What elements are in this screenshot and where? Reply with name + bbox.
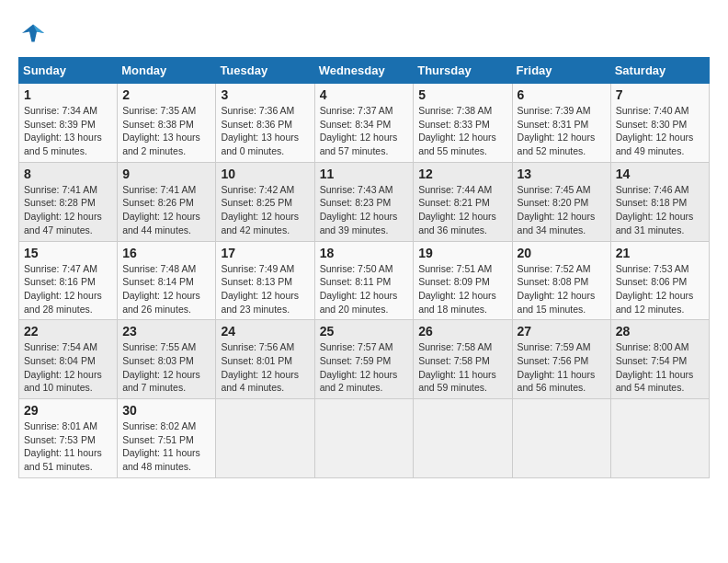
day-info: Sunrise: 8:02 AM Sunset: 7:51 PM Dayligh… — [122, 419, 210, 474]
svg-marker-0 — [22, 24, 44, 41]
sunset-text: Sunset: 8:13 PM — [221, 275, 309, 289]
day-number: 20 — [518, 246, 606, 260]
day-number: 28 — [616, 324, 704, 339]
day-info: Sunrise: 7:42 AM Sunset: 8:25 PM Dayligh… — [221, 183, 309, 237]
day-number: 22 — [24, 324, 112, 339]
day-info: Sunrise: 8:00 AM Sunset: 7:54 PM Dayligh… — [616, 340, 704, 395]
daylight-text: Daylight: 12 hours and 18 minutes. — [418, 289, 506, 316]
calendar-day-cell: 8 Sunrise: 7:41 AM Sunset: 8:28 PM Dayli… — [19, 162, 118, 241]
calendar-day-cell: 18 Sunrise: 7:50 AM Sunset: 8:11 PM Dayl… — [314, 241, 414, 320]
daylight-text: Daylight: 13 hours and 0 minutes. — [221, 131, 309, 157]
sunrise-text: Sunrise: 7:50 AM — [320, 262, 409, 276]
weekday-header: Thursday — [414, 58, 512, 84]
day-number: 15 — [24, 246, 112, 260]
calendar-day-cell — [414, 399, 512, 478]
sunset-text: Sunset: 7:59 PM — [320, 354, 409, 368]
sunset-text: Sunset: 8:11 PM — [320, 275, 409, 289]
day-info: Sunrise: 7:41 AM Sunset: 8:26 PM Dayligh… — [122, 183, 210, 237]
daylight-text: Daylight: 11 hours and 54 minutes. — [616, 368, 704, 395]
daylight-text: Daylight: 11 hours and 51 minutes. — [24, 446, 112, 473]
daylight-text: Daylight: 12 hours and 49 minutes. — [616, 131, 704, 157]
day-number: 8 — [24, 167, 112, 181]
sunset-text: Sunset: 7:56 PM — [518, 354, 606, 368]
logo-icon — [18, 18, 48, 48]
calendar-day-cell: 10 Sunrise: 7:42 AM Sunset: 8:25 PM Dayl… — [216, 162, 314, 241]
sunrise-text: Sunrise: 7:34 AM — [24, 104, 112, 118]
day-number: 26 — [418, 324, 506, 339]
calendar-day-cell: 6 Sunrise: 7:39 AM Sunset: 8:31 PM Dayli… — [512, 84, 610, 163]
daylight-text: Daylight: 12 hours and 31 minutes. — [616, 210, 704, 236]
sunset-text: Sunset: 8:28 PM — [24, 196, 112, 210]
calendar-day-cell: 5 Sunrise: 7:38 AM Sunset: 8:33 PM Dayli… — [414, 84, 512, 163]
sunset-text: Sunset: 7:53 PM — [24, 433, 112, 447]
daylight-text: Daylight: 12 hours and 2 minutes. — [320, 368, 409, 395]
sunset-text: Sunset: 8:01 PM — [221, 354, 309, 368]
day-info: Sunrise: 7:39 AM Sunset: 8:31 PM Dayligh… — [518, 104, 606, 158]
sunset-text: Sunset: 7:51 PM — [122, 433, 210, 447]
daylight-text: Daylight: 12 hours and 15 minutes. — [518, 289, 606, 316]
sunset-text: Sunset: 8:23 PM — [320, 196, 409, 210]
sunset-text: Sunset: 8:33 PM — [418, 118, 506, 132]
sunset-text: Sunset: 8:20 PM — [518, 196, 606, 210]
day-info: Sunrise: 7:47 AM Sunset: 8:16 PM Dayligh… — [24, 262, 112, 316]
calendar-day-cell: 3 Sunrise: 7:36 AM Sunset: 8:36 PM Dayli… — [216, 84, 314, 163]
calendar-day-cell: 26 Sunrise: 7:58 AM Sunset: 7:58 PM Dayl… — [414, 320, 512, 399]
day-info: Sunrise: 7:46 AM Sunset: 8:18 PM Dayligh… — [616, 183, 704, 237]
daylight-text: Daylight: 12 hours and 44 minutes. — [122, 210, 210, 236]
sunrise-text: Sunrise: 7:51 AM — [418, 262, 506, 276]
day-number: 1 — [24, 87, 112, 102]
calendar-day-cell — [216, 399, 314, 478]
day-number: 25 — [320, 324, 409, 339]
calendar-day-cell: 4 Sunrise: 7:37 AM Sunset: 8:34 PM Dayli… — [314, 84, 414, 163]
sunrise-text: Sunrise: 7:36 AM — [221, 104, 309, 118]
sunrise-text: Sunrise: 7:55 AM — [122, 340, 210, 354]
calendar-day-cell — [610, 399, 709, 478]
day-number: 17 — [221, 246, 309, 260]
calendar-day-cell: 17 Sunrise: 7:49 AM Sunset: 8:13 PM Dayl… — [216, 241, 314, 320]
sunrise-text: Sunrise: 7:49 AM — [221, 262, 309, 276]
day-info: Sunrise: 7:41 AM Sunset: 8:28 PM Dayligh… — [24, 183, 112, 237]
day-number: 2 — [122, 87, 210, 102]
daylight-text: Daylight: 12 hours and 4 minutes. — [221, 368, 309, 395]
sunset-text: Sunset: 8:09 PM — [418, 275, 506, 289]
weekday-header: Sunday — [19, 58, 118, 84]
day-number: 6 — [518, 87, 606, 102]
day-info: Sunrise: 8:01 AM Sunset: 7:53 PM Dayligh… — [24, 419, 112, 474]
day-info: Sunrise: 7:48 AM Sunset: 8:14 PM Dayligh… — [122, 262, 210, 316]
calendar-week-row: 1 Sunrise: 7:34 AM Sunset: 8:39 PM Dayli… — [19, 84, 710, 163]
sunrise-text: Sunrise: 7:35 AM — [122, 104, 210, 118]
daylight-text: Daylight: 12 hours and 12 minutes. — [616, 289, 704, 316]
sunrise-text: Sunrise: 7:53 AM — [616, 262, 704, 276]
sunrise-text: Sunrise: 7:48 AM — [122, 262, 210, 276]
day-info: Sunrise: 7:51 AM Sunset: 8:09 PM Dayligh… — [418, 262, 506, 316]
calendar-day-cell: 30 Sunrise: 8:02 AM Sunset: 7:51 PM Dayl… — [118, 399, 216, 478]
day-info: Sunrise: 7:50 AM Sunset: 8:11 PM Dayligh… — [320, 262, 409, 316]
sunset-text: Sunset: 7:54 PM — [616, 354, 704, 368]
calendar-day-cell: 28 Sunrise: 8:00 AM Sunset: 7:54 PM Dayl… — [610, 320, 709, 399]
daylight-text: Daylight: 12 hours and 39 minutes. — [320, 210, 409, 236]
day-info: Sunrise: 7:59 AM Sunset: 7:56 PM Dayligh… — [518, 340, 606, 395]
weekday-header: Monday — [118, 58, 216, 84]
sunrise-text: Sunrise: 7:58 AM — [418, 340, 506, 354]
day-number: 3 — [221, 87, 309, 102]
daylight-text: Daylight: 12 hours and 26 minutes. — [122, 289, 210, 316]
sunrise-text: Sunrise: 7:42 AM — [221, 183, 309, 197]
page-header — [18, 18, 710, 48]
weekday-header: Friday — [512, 58, 610, 84]
calendar-day-cell: 7 Sunrise: 7:40 AM Sunset: 8:30 PM Dayli… — [610, 84, 709, 163]
day-info: Sunrise: 7:56 AM Sunset: 8:01 PM Dayligh… — [221, 340, 309, 395]
day-number: 4 — [320, 87, 409, 102]
sunrise-text: Sunrise: 7:40 AM — [616, 104, 704, 118]
sunrise-text: Sunrise: 7:45 AM — [518, 183, 606, 197]
sunrise-text: Sunrise: 8:01 AM — [24, 419, 112, 433]
day-info: Sunrise: 7:52 AM Sunset: 8:08 PM Dayligh… — [518, 262, 606, 316]
calendar-day-cell: 24 Sunrise: 7:56 AM Sunset: 8:01 PM Dayl… — [216, 320, 314, 399]
sunrise-text: Sunrise: 7:46 AM — [616, 183, 704, 197]
day-info: Sunrise: 7:55 AM Sunset: 8:03 PM Dayligh… — [122, 340, 210, 395]
calendar-day-cell: 21 Sunrise: 7:53 AM Sunset: 8:06 PM Dayl… — [610, 241, 709, 320]
day-info: Sunrise: 7:36 AM Sunset: 8:36 PM Dayligh… — [221, 104, 309, 158]
calendar-day-cell: 13 Sunrise: 7:45 AM Sunset: 8:20 PM Dayl… — [512, 162, 610, 241]
sunrise-text: Sunrise: 7:59 AM — [518, 340, 606, 354]
sunrise-text: Sunrise: 7:54 AM — [24, 340, 112, 354]
day-info: Sunrise: 7:35 AM Sunset: 8:38 PM Dayligh… — [122, 104, 210, 158]
